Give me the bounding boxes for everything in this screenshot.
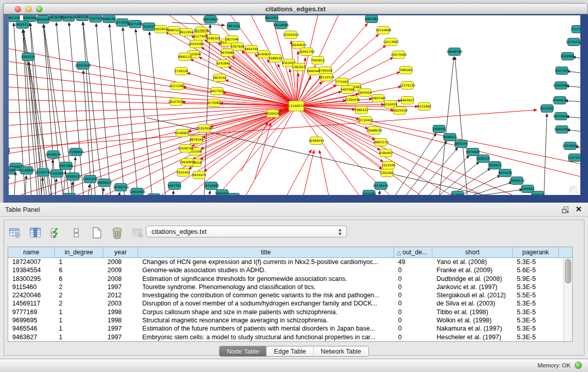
table-row[interactable]: 1872400712008Changes of HCN gene express… bbox=[8, 258, 563, 266]
graph-node[interactable]: 18807273 bbox=[373, 139, 389, 146]
graph-node[interactable]: 19218586 bbox=[273, 21, 289, 29]
graph-node[interactable]: 16210643 bbox=[553, 113, 569, 120]
graph-node[interactable]: 9474125 bbox=[531, 191, 545, 195]
graph-node[interactable]: 1827546 bbox=[225, 36, 239, 43]
delete-table-icon[interactable] bbox=[111, 226, 124, 239]
graph-node[interactable]: 17240071 bbox=[289, 101, 304, 111]
graph-node[interactable]: 1588520 bbox=[269, 55, 282, 62]
graph-node[interactable]: 17359928 bbox=[68, 148, 84, 156]
graph-node[interactable]: 16210123 bbox=[319, 74, 335, 81]
graph-node[interactable]: 1362615 bbox=[292, 63, 306, 71]
graph-node[interactable]: 15718485 bbox=[204, 182, 220, 190]
graph-node[interactable]: 16648784 bbox=[447, 48, 463, 56]
graph-node[interactable]: 7986322 bbox=[355, 106, 368, 114]
graph-node[interactable]: 15046768 bbox=[178, 145, 194, 152]
float-panel-icon[interactable] bbox=[561, 206, 570, 214]
graph-node[interactable]: 15353594 bbox=[197, 125, 212, 133]
graph-node[interactable]: 18300295 bbox=[265, 110, 281, 118]
graph-node[interactable]: 9127505 bbox=[193, 33, 207, 40]
column-header-year[interactable]: year bbox=[103, 247, 138, 257]
column-header-pagerank[interactable]: pagerank bbox=[513, 247, 559, 257]
graph-node[interactable]: 2935114 bbox=[476, 155, 490, 163]
network-canvas[interactable]: 1861205906948020691406146363581994393110… bbox=[9, 15, 580, 195]
graph-node[interactable]: 12213383 bbox=[169, 82, 185, 90]
column-header-name[interactable]: name bbox=[8, 247, 55, 257]
graph-node[interactable]: 10025418 bbox=[392, 107, 408, 115]
graph-node[interactable]: 16961758 bbox=[299, 48, 315, 56]
graph-node[interactable]: 3313985 bbox=[9, 167, 16, 174]
graph-node[interactable]: 15166827 bbox=[175, 129, 190, 137]
graph-node[interactable]: 1107533 bbox=[568, 154, 580, 162]
graph-node[interactable]: 10654112 bbox=[509, 177, 525, 185]
graph-node[interactable]: 12505133 bbox=[66, 173, 81, 181]
graph-node[interactable]: 1527602 bbox=[89, 15, 103, 23]
tab-network-table[interactable]: Network Table bbox=[314, 346, 368, 356]
graph-node[interactable]: 7663822 bbox=[154, 26, 168, 33]
graph-node[interactable]: 15136141 bbox=[373, 182, 389, 190]
graph-node[interactable]: 15720407 bbox=[358, 117, 374, 124]
graph-node[interactable]: 2718126 bbox=[175, 68, 188, 75]
graph-node[interactable]: 8471676 bbox=[498, 169, 512, 177]
graph-node[interactable]: 1117310 bbox=[571, 26, 580, 33]
graph-node[interactable]: 1352482 bbox=[380, 169, 394, 177]
graph-node[interactable]: 8454749 bbox=[245, 46, 258, 53]
graph-node[interactable]: 15692991 bbox=[554, 126, 570, 134]
graph-node[interactable]: 7485063 bbox=[399, 67, 413, 74]
graph-node[interactable]: 6879197 bbox=[454, 140, 468, 148]
graph-node[interactable]: 8912954 bbox=[180, 29, 193, 36]
graph-node[interactable]: 6497568 bbox=[341, 86, 355, 94]
graph-node[interactable]: 2687682 bbox=[365, 15, 379, 23]
graph-node[interactable]: 19384554 bbox=[309, 137, 324, 145]
graph-node[interactable]: 7857224 bbox=[227, 23, 241, 30]
table-row[interactable]: 977716911998Corpus callosum shape and si… bbox=[8, 308, 563, 316]
graph-node[interactable]: 13325419 bbox=[283, 31, 299, 39]
graph-node[interactable]: 18107553 bbox=[168, 98, 184, 106]
tab-edge-table[interactable]: Edge Table bbox=[267, 346, 313, 356]
graph-node[interactable]: 9329966 bbox=[561, 53, 575, 60]
graph-node[interactable]: 910642 bbox=[63, 193, 76, 195]
create-table-icon[interactable] bbox=[90, 226, 103, 239]
graph-node[interactable]: 9675685 bbox=[221, 49, 234, 57]
select-visible-columns-icon[interactable] bbox=[49, 226, 62, 239]
table-row[interactable]: 1938455462009Genome-wide association stu… bbox=[8, 266, 563, 274]
graph-node[interactable]: 9115460 bbox=[418, 103, 431, 111]
row-height-options-icon[interactable] bbox=[70, 226, 83, 239]
graph-node[interactable]: 14055712 bbox=[15, 21, 31, 29]
graph-node[interactable]: 1503459 bbox=[215, 190, 229, 195]
table-row[interactable]: 1456911722003Disruption of a novel membe… bbox=[8, 299, 563, 308]
graph-node[interactable]: 8878344 bbox=[190, 136, 204, 144]
table-settings-icon[interactable] bbox=[8, 226, 21, 239]
graph-node[interactable]: 21364436 bbox=[344, 96, 360, 104]
graph-node[interactable]: 8813054 bbox=[265, 15, 279, 22]
graph-node[interactable]: 9427552 bbox=[210, 87, 224, 95]
graph-node[interactable]: 891305 bbox=[227, 193, 239, 195]
graph-node[interactable]: 10653287 bbox=[75, 15, 91, 21]
graph-node[interactable]: 10973493 bbox=[391, 51, 407, 59]
graph-node[interactable]: 9170082 bbox=[207, 99, 221, 107]
graph-node[interactable]: 9227343 bbox=[555, 67, 569, 75]
graph-node[interactable]: 8215935 bbox=[540, 105, 554, 113]
graph-node[interactable]: 20206576 bbox=[46, 151, 61, 159]
graph-node[interactable]: 8960123 bbox=[167, 27, 181, 34]
graph-node[interactable]: 8938923 bbox=[443, 134, 457, 141]
graph-node[interactable]: 2053120 bbox=[21, 53, 35, 61]
graph-node[interactable]: 13444131 bbox=[552, 97, 568, 104]
graph-node[interactable]: 12156829 bbox=[19, 167, 35, 174]
column-header-in_degree[interactable]: in_degree bbox=[55, 247, 103, 257]
graph-node[interactable]: 15751074 bbox=[566, 38, 580, 46]
graph-node[interactable]: 17957253 bbox=[82, 176, 98, 183]
graph-node[interactable]: 2803144 bbox=[213, 74, 227, 82]
graph-node[interactable]: 16053809 bbox=[203, 16, 219, 24]
graph-node[interactable]: 7955812 bbox=[311, 57, 325, 64]
graph-node[interactable]: 7632621 bbox=[488, 162, 502, 169]
table-selector-dropdown[interactable]: citations_edges.txt ▲▼ bbox=[146, 226, 347, 237]
memory-ok-indicator-icon[interactable] bbox=[575, 362, 582, 369]
table-row[interactable]: 946362711997Embryonic stem cells: a mode… bbox=[8, 333, 563, 341]
table-row[interactable]: 969969511998Structural magnetic resonanc… bbox=[8, 316, 563, 324]
graph-node[interactable]: 9184067 bbox=[379, 149, 393, 157]
scrollbar-thumb[interactable] bbox=[565, 259, 571, 283]
column-header-short[interactable]: short bbox=[432, 247, 513, 257]
graph-node[interactable]: 12142737 bbox=[35, 169, 51, 177]
column-header-out_de[interactable]: △out_de... bbox=[394, 247, 432, 257]
graph-node[interactable]: 9242844 bbox=[216, 60, 230, 68]
